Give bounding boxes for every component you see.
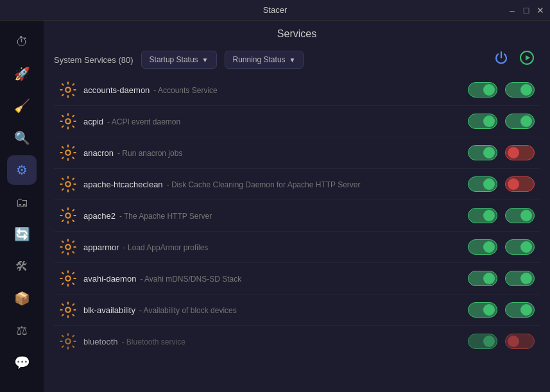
- toggle-knob: [520, 210, 532, 221]
- startup-status-dropdown[interactable]: Startup Status ▼: [141, 51, 217, 69]
- toggle-knob: [520, 304, 532, 316]
- sidebar-item-sources[interactable]: ⚖: [7, 316, 37, 345]
- service-info: accounts-daemon- Accounts Service: [83, 85, 461, 95]
- gear-icon: [59, 269, 77, 287]
- service-row: apparmor- Load AppArmor profiles: [54, 232, 540, 263]
- app-container: ⏱🚀🧹🔍⚙🗂🔄🛠📦⚖💬 Services System Services (80…: [0, 21, 550, 392]
- startup-toggle[interactable]: [468, 176, 497, 192]
- running-toggle[interactable]: [505, 176, 535, 192]
- svg-point-9: [65, 307, 70, 312]
- running-toggle[interactable]: [505, 239, 535, 255]
- toggles-group: [468, 334, 535, 349]
- toggle-knob: [520, 273, 532, 284]
- startup-toggle[interactable]: [468, 302, 497, 318]
- toggle-knob: [483, 84, 495, 96]
- toggles-group: [468, 114, 535, 129]
- service-row: anacron- Run anacron jobs: [54, 137, 540, 169]
- running-toggle[interactable]: [505, 334, 535, 349]
- startup-toggle[interactable]: [468, 208, 497, 223]
- toggles-group: [468, 145, 535, 160]
- service-name: blk-availability: [83, 305, 135, 315]
- window-controls: – □ ✕: [508, 6, 545, 15]
- sidebar-item-services[interactable]: ⚙: [7, 155, 37, 185]
- sidebar-item-uninstaller[interactable]: 🗂: [7, 187, 37, 217]
- svg-point-8: [65, 276, 70, 280]
- services-list: accounts-daemon- Accounts Service acpid-…: [44, 74, 550, 392]
- toggle-knob: [483, 115, 495, 127]
- startup-toggle[interactable]: [468, 271, 497, 286]
- sidebar-item-dashboard[interactable]: ⏱: [7, 27, 37, 56]
- svg-marker-1: [526, 55, 530, 60]
- service-name: accounts-daemon: [83, 85, 150, 95]
- sidebar-item-resource[interactable]: 🔄: [7, 219, 37, 249]
- running-status-chevron-icon: ▼: [289, 56, 296, 64]
- svg-point-3: [65, 119, 70, 123]
- service-row: accounts-daemon- Accounts Service: [54, 74, 540, 106]
- toggle-knob: [483, 336, 495, 347]
- service-info: avahi-daemon- Avahi mDNS/DNS-SD Stack: [83, 274, 461, 284]
- toggles-group: [468, 271, 535, 286]
- service-info: blk-availability- Availability of block …: [83, 305, 461, 315]
- service-row: blk-availability- Availability of block …: [54, 294, 540, 326]
- toggle-knob: [508, 178, 519, 190]
- gear-icon: [59, 301, 77, 319]
- toggle-knob: [483, 210, 495, 221]
- startup-status-chevron-icon: ▼: [202, 56, 209, 64]
- service-name: anacron: [83, 148, 114, 158]
- service-description: - Load AppArmor profiles: [123, 243, 209, 252]
- toggles-group: [468, 239, 535, 255]
- running-toggle[interactable]: [505, 114, 535, 129]
- sidebar-item-terminal[interactable]: 💬: [7, 348, 37, 377]
- service-name: apache2: [83, 211, 116, 221]
- sidebar-item-cleaner[interactable]: 🧹: [7, 91, 37, 121]
- toggle-knob: [483, 147, 495, 158]
- startup-toggle[interactable]: [468, 145, 497, 160]
- toolbar-icons: [494, 50, 540, 69]
- service-row: apache-htcacheclean- Disk Cache Cleaning…: [54, 169, 540, 200]
- running-toggle[interactable]: [505, 208, 535, 223]
- running-toggle[interactable]: [505, 82, 535, 98]
- minimize-button[interactable]: –: [508, 6, 517, 15]
- maximize-button[interactable]: □: [522, 6, 531, 15]
- toggle-knob: [520, 115, 532, 127]
- service-info: bluetooth- Bluetooth service: [83, 337, 461, 346]
- service-description: - Run anacron jobs: [117, 149, 182, 158]
- gear-icon: [59, 175, 77, 193]
- running-toggle[interactable]: [505, 145, 535, 160]
- gear-icon: [59, 332, 77, 350]
- startup-toggle[interactable]: [468, 239, 497, 255]
- service-info: anacron- Run anacron jobs: [83, 148, 461, 158]
- running-toggle[interactable]: [505, 302, 535, 318]
- close-button[interactable]: ✕: [536, 6, 545, 15]
- gear-icon: [59, 81, 77, 99]
- sidebar-item-tools[interactable]: 🛠: [7, 251, 37, 281]
- toggle-knob: [483, 241, 495, 253]
- svg-point-6: [65, 213, 70, 217]
- gear-icon: [59, 112, 77, 130]
- service-row: acpid- ACPI event daemon: [54, 106, 540, 137]
- service-description: - ACPI event daemon: [107, 117, 180, 126]
- toggle-knob: [508, 336, 519, 347]
- service-info: apparmor- Load AppArmor profiles: [83, 243, 461, 252]
- sidebar-item-search[interactable]: 🔍: [7, 123, 37, 153]
- service-name: bluetooth: [83, 337, 118, 346]
- startup-toggle[interactable]: [468, 82, 497, 98]
- toolbar: System Services (80) Startup Status ▼ Ru…: [44, 45, 550, 74]
- power-icon[interactable]: [494, 50, 509, 69]
- toggle-knob: [483, 178, 495, 190]
- startup-toggle[interactable]: [468, 334, 497, 349]
- system-services-label: System Services (80): [54, 55, 133, 65]
- sidebar: ⏱🚀🧹🔍⚙🗂🔄🛠📦⚖💬: [0, 21, 44, 392]
- svg-point-7: [65, 244, 70, 249]
- sidebar-item-packages[interactable]: 📦: [7, 284, 37, 313]
- service-row: bluetooth- Bluetooth service: [54, 326, 540, 357]
- toggles-group: [468, 176, 535, 192]
- page-title: Services: [44, 21, 550, 45]
- service-name: avahi-daemon: [83, 274, 136, 284]
- service-description: - Availability of block devices: [139, 306, 237, 315]
- play-icon[interactable]: [519, 50, 535, 69]
- running-toggle[interactable]: [505, 271, 535, 286]
- sidebar-item-startup[interactable]: 🚀: [7, 59, 37, 89]
- running-status-dropdown[interactable]: Running Status ▼: [225, 51, 304, 69]
- startup-toggle[interactable]: [468, 114, 497, 129]
